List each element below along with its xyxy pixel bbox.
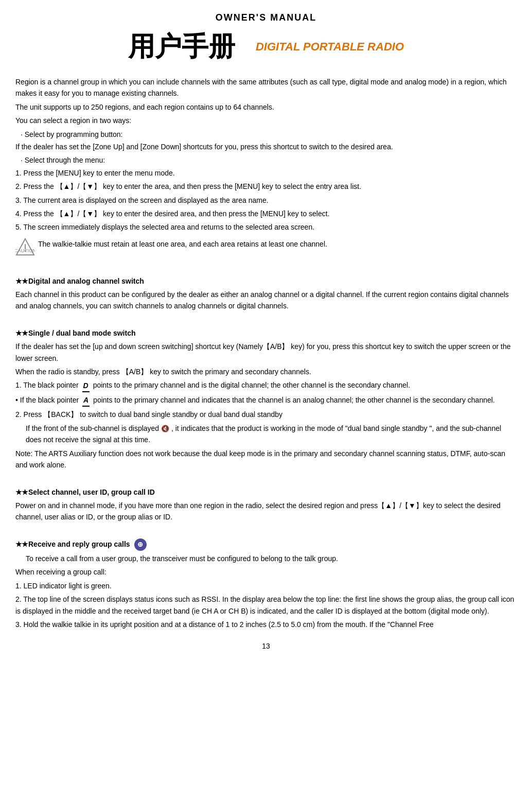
bullet2: · Select through the menu: xyxy=(21,154,517,166)
sub-channel-pre: If the front of the sub-channel is displ… xyxy=(26,424,159,432)
section-select: ★★Select channel, user ID, group call ID xyxy=(15,486,517,498)
caution-text: The walkie-talkie must retain at least o… xyxy=(38,238,327,250)
chinese-title: 用户手册 xyxy=(128,25,235,68)
step3: 3. The current area is displayed on the … xyxy=(15,195,517,206)
digital-analog-body: Each channel in this product can be conf… xyxy=(15,289,517,312)
point2-pre: • If the black pointer xyxy=(15,396,79,404)
gc-step3: 3. Hold the walkie talkie in its upright… xyxy=(15,619,517,630)
step5: 5. The screen immediately displays the s… xyxy=(15,221,517,233)
dealer-set-zone: If the dealer has set the [Zone Up] and … xyxy=(15,141,517,152)
step4-pre: 4. Press the xyxy=(15,210,54,218)
step2-post: key to enter the area, and then press th… xyxy=(103,182,361,190)
bullet1: · Select by programming button: xyxy=(21,129,517,140)
point1-post: points to the primary channel and is the… xyxy=(93,381,410,389)
step2-pre: 2. Press the xyxy=(15,182,54,190)
section-single-dual: ★★Single / dual band mode switch xyxy=(15,327,517,339)
page-number: 13 xyxy=(15,640,517,652)
section-single-dual-label: ★Single / dual band mode switch xyxy=(22,329,135,337)
sub-channel: If the front of the sub-channel is displ… xyxy=(26,423,517,446)
gc-step2: 2. The top line of the screen displays s… xyxy=(15,594,517,617)
digital-portable-radio-title: DIGITAL PORTABLE RADIO xyxy=(256,38,404,56)
group-call-icon: ⊕ xyxy=(134,538,147,551)
press2-pre: 2. Press 【BACK】 to switch to dual band s… xyxy=(15,410,282,419)
section-group-calls: ★★Receive and reply group calls ⊕ xyxy=(15,538,517,551)
svg-point-3 xyxy=(25,250,26,252)
step2-keys: 【▲】/【▼】 xyxy=(56,182,101,190)
owners-manual-title: OWNER'S MANUAL xyxy=(15,10,517,25)
section-select-label: ★Select channel, user ID, group call ID xyxy=(22,488,155,496)
mute-icon: 🔇 xyxy=(161,424,169,434)
region-intro: Region is a channel group in which you c… xyxy=(15,76,517,99)
single-dual-body1: If the dealer has set the [up and down s… xyxy=(15,341,517,364)
page-header: OWNER'S MANUAL 用户手册 DIGITAL PORTABLE RAD… xyxy=(15,10,517,68)
point2: • If the black pointer A points to the p… xyxy=(15,394,517,407)
step4-keys: 【▲】/【▼】 xyxy=(56,210,101,218)
step1: 1. Press the [MENU] key to enter the men… xyxy=(15,167,517,179)
main-content: Region is a channel group in which you c… xyxy=(15,76,517,630)
step4-post: key to enter the desired area, and then … xyxy=(103,210,329,218)
gc-step1: 1. LED indicator light is green. xyxy=(15,580,517,591)
single-dual-body2: When the radio is standby, press 【A/B】 k… xyxy=(15,366,517,377)
d-pointer-icon: D xyxy=(82,380,90,392)
select-region: You can select a region in two ways: xyxy=(15,115,517,126)
section-digital-analog: ★★Digital and analog channel switch xyxy=(15,275,517,287)
point1-pre: 1. The black pointer xyxy=(15,381,79,389)
section-digital-analog-label: ★Digital and analog channel switch xyxy=(22,277,144,285)
a-pointer-icon: A xyxy=(82,394,90,407)
section-group-calls-label: ★Receive and reply group calls xyxy=(22,540,130,548)
step4: 4. Press the 【▲】/【▼】 key to enter the de… xyxy=(15,208,517,219)
point1: 1. The black pointer D points to the pri… xyxy=(15,379,517,392)
group-calls-body2: When receiving a group call: xyxy=(15,566,517,578)
caution-row: CAUTION The walkie-talkie must retain at… xyxy=(15,238,517,257)
press2: 2. Press 【BACK】 to switch to dual band s… xyxy=(15,409,517,420)
unit-supports: The unit supports up to 250 regions, and… xyxy=(15,101,517,113)
note-arts: Note: The ARTS Auxiliary function does n… xyxy=(15,448,517,471)
step2: 2. Press the 【▲】/【▼】 key to enter the ar… xyxy=(15,181,517,192)
point2-post: points to the primary channel and indica… xyxy=(93,396,495,404)
select-body: Power on and in channel mode, if you hav… xyxy=(15,500,517,523)
caution-icon: CAUTION xyxy=(15,237,35,257)
group-calls-body1: To receive a call from a user group, the… xyxy=(26,553,517,564)
